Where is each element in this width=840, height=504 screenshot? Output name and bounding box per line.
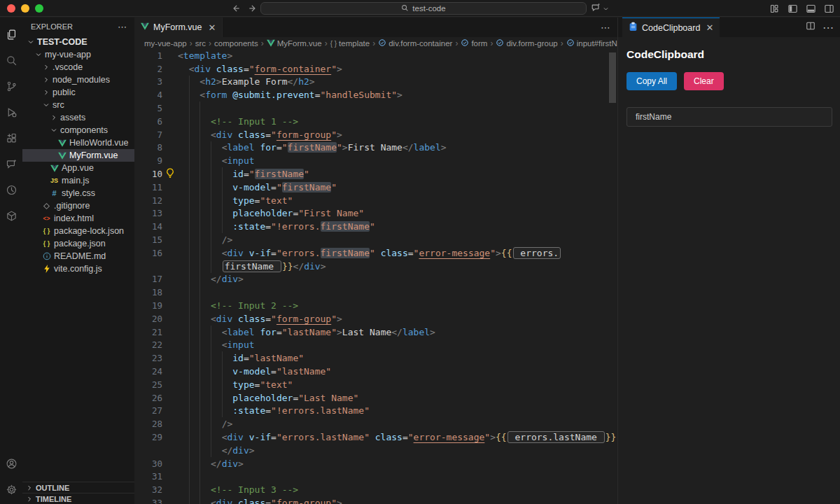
editor-more-actions-icon[interactable]: ⋯: [601, 22, 610, 33]
command-center-search[interactable]: test-code: [260, 2, 587, 15]
editor-scrollbar[interactable]: [609, 52, 616, 103]
tree-file-index-html[interactable]: <>index.html: [22, 212, 134, 225]
tree-file-main-js[interactable]: JSmain.js: [22, 174, 134, 187]
activity-bar-item-chat[interactable]: [0, 153, 22, 178]
breadcrumb-item-components[interactable]: components: [214, 39, 258, 48]
toggle-secondary-sidebar-icon[interactable]: [824, 4, 834, 14]
tree-folder-public[interactable]: public: [22, 86, 134, 99]
tree-file-package-json[interactable]: { }package.json: [22, 237, 134, 250]
code-line-31[interactable]: 31: [134, 470, 617, 484]
breadcrumb-item-myform-vue[interactable]: MyForm.vue: [267, 39, 322, 48]
tree-file--gitignore[interactable]: .gitignore: [22, 200, 134, 212]
breadcrumb-item-div-form-container[interactable]: div.form-container: [378, 38, 452, 48]
activity-bar-item-extensions[interactable]: [0, 127, 22, 153]
code-line-19[interactable]: 19 <!-- Input 2 -->: [134, 299, 617, 312]
toggle-primary-sidebar-icon[interactable]: [788, 4, 798, 14]
breadcrumb-item-form[interactable]: form: [461, 38, 487, 48]
tab-myform-vue[interactable]: MyForm.vue ✕: [134, 18, 223, 37]
tab-codeclipboard[interactable]: CodeClipboard ✕: [622, 18, 720, 37]
copy-all-button[interactable]: Copy All: [626, 72, 677, 90]
code-line-18[interactable]: 18: [134, 286, 617, 299]
breadcrumb-item-src[interactable]: src: [195, 39, 206, 48]
code-line-30[interactable]: 30 </div>: [134, 457, 617, 470]
code-line-23[interactable]: 23 id="lastName": [134, 351, 617, 365]
tree-folder-src[interactable]: src: [22, 99, 134, 111]
code-line-wrap[interactable]: firstName }}</div>: [134, 260, 617, 273]
sidebar-section-outline[interactable]: OUTLINE: [22, 482, 134, 493]
tree-file-style-css[interactable]: #style.css: [22, 187, 134, 200]
code-line-21[interactable]: 21 <label for="lastName">Last Name</labe…: [134, 326, 617, 339]
code-line-3[interactable]: 3 <h2>Example Form</h2>: [134, 76, 617, 89]
sidebar-section-timeline[interactable]: TIMELINE: [22, 493, 134, 504]
close-window-button[interactable]: [7, 4, 15, 13]
tree-file-helloworld-vue[interactable]: HelloWorld.vue: [22, 136, 134, 149]
code-line-8[interactable]: 8 <label for="firstName">First Name</lab…: [134, 141, 617, 155]
tree-folder--vscode[interactable]: .vscode: [22, 61, 134, 74]
clear-button[interactable]: Clear: [684, 72, 724, 90]
activity-bar-item-explorer[interactable]: [0, 23, 22, 49]
code-line-13[interactable]: 13 placeholder="First Name": [134, 207, 617, 220]
tree-folder-test-code[interactable]: TEST-CODE: [22, 36, 134, 48]
code-line-24[interactable]: 24 v-model="lastName": [134, 365, 617, 378]
code-line-1[interactable]: 1<template>: [134, 49, 617, 62]
tree-folder-assets[interactable]: assets: [22, 111, 134, 124]
close-tab-icon[interactable]: ✕: [208, 22, 216, 33]
code-line-22[interactable]: 22 <input: [134, 339, 617, 352]
tree-file-myform-vue[interactable]: MyForm.vue: [22, 149, 134, 162]
tree-file-app-vue[interactable]: App.vue: [22, 162, 134, 174]
clipboard-item[interactable]: firstName: [626, 107, 832, 127]
activity-bar-item-cube[interactable]: [0, 204, 22, 230]
code-line-4[interactable]: 4 <form @submit.prevent="handleSubmit">: [134, 88, 617, 102]
split-editor-icon[interactable]: [806, 21, 816, 34]
code-line-17[interactable]: 17 </div>: [134, 273, 617, 286]
code-line-25[interactable]: 25 type="text": [134, 378, 617, 391]
toggle-panel-icon[interactable]: [806, 4, 816, 14]
code-line-wrap[interactable]: </div>: [134, 444, 617, 457]
breadcrumb-item-div-form-group[interactable]: div.form-group: [496, 38, 557, 48]
chat-dropdown-button[interactable]: [591, 1, 609, 15]
activity-bar-item-account[interactable]: [0, 452, 22, 478]
minimize-window-button[interactable]: [21, 4, 29, 13]
code-editor[interactable]: 1<template>2 <div class="form-container"…: [134, 49, 617, 504]
customize-layout-icon[interactable]: [769, 4, 780, 14]
forward-button[interactable]: [248, 4, 258, 13]
tree-folder-my-vue-app[interactable]: my-vue-app: [22, 48, 134, 61]
code-line-28[interactable]: 28 />: [134, 417, 617, 430]
tree-file-readme-md[interactable]: README.md: [22, 250, 134, 262]
code-line-11[interactable]: 11 v-model="firstName": [134, 181, 617, 194]
lightbulb-icon[interactable]: [166, 168, 174, 181]
code-line-26[interactable]: 26 placeholder="Last Name": [134, 391, 617, 405]
code-line-14[interactable]: 14 :state="!errors.firstName": [134, 220, 617, 233]
activity-bar-item-run-debug[interactable]: [0, 101, 22, 127]
code-line-10[interactable]: 10 id="firstName": [134, 167, 617, 181]
code-line-2[interactable]: 2 <div class="form-container">: [134, 62, 617, 76]
code-line-29[interactable]: 29 <div v-if="errors.lastName" class="er…: [134, 430, 617, 444]
code-line-27[interactable]: 27 :state="!errors.lastName": [134, 405, 617, 418]
code-line-32[interactable]: 32 <!-- Input 3 -->: [134, 483, 617, 496]
code-line-12[interactable]: 12 type="text": [134, 194, 617, 207]
breadcrumb-item-my-vue-app[interactable]: my-vue-app: [144, 39, 187, 48]
tree-folder-components[interactable]: components: [22, 124, 134, 136]
tree-file-vite-config-js[interactable]: vite.config.js: [22, 262, 134, 275]
back-button[interactable]: [231, 4, 241, 13]
code-line-33[interactable]: 33 <div class="form-group">: [134, 496, 617, 504]
breadcrumb-item-template[interactable]: { }template: [330, 39, 370, 48]
code-line-16[interactable]: 16 <div v-if="errors.firstName" class="e…: [134, 246, 617, 260]
code-line-20[interactable]: 20 <div class="form-group">: [134, 312, 617, 326]
activity-bar-item-source-control[interactable]: [0, 75, 22, 101]
code-line-5[interactable]: 5: [134, 102, 617, 115]
tree-folder-node-modules[interactable]: node_modules: [22, 74, 134, 86]
code-line-9[interactable]: 9 <input: [134, 154, 617, 167]
activity-bar-item-settings[interactable]: [0, 478, 22, 504]
code-line-6[interactable]: 6 <!-- Input 1 -->: [134, 115, 617, 128]
activity-bar-item-clock[interactable]: [0, 178, 22, 204]
breadcrumb-item-input-firstnan[interactable]: input#firstNan: [566, 38, 617, 48]
code-line-15[interactable]: 15 />: [134, 233, 617, 246]
panel-more-actions-icon[interactable]: ⋯: [822, 21, 834, 34]
tree-file-package-lock-json[interactable]: { }package-lock.json: [22, 225, 134, 237]
activity-bar-item-search[interactable]: [0, 49, 22, 75]
zoom-window-button[interactable]: [35, 4, 43, 13]
close-panel-tab-icon[interactable]: ✕: [706, 22, 713, 33]
code-line-7[interactable]: 7 <div class="form-group">: [134, 128, 617, 141]
explorer-more-actions-icon[interactable]: ⋯: [118, 22, 127, 32]
